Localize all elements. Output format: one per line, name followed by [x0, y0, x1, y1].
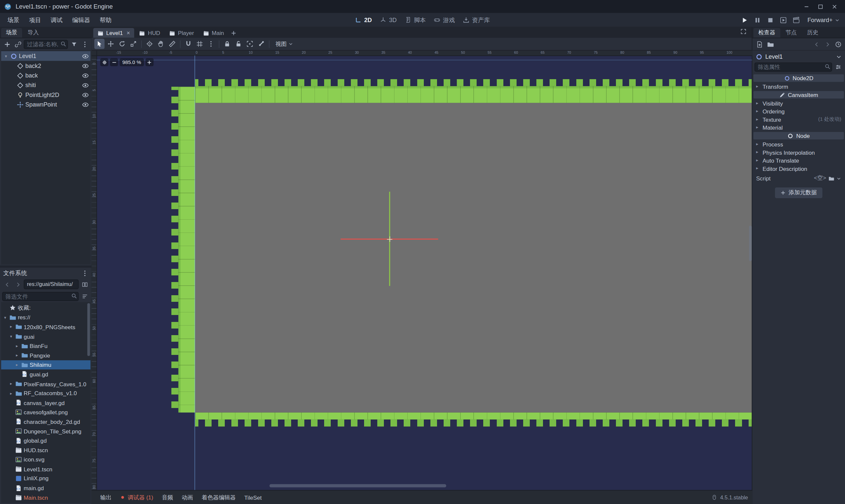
load-resource-button[interactable] [765, 39, 775, 49]
script-property-row[interactable]: Script <空> [752, 174, 845, 183]
horizontal-scrollbar[interactable] [96, 484, 748, 488]
file-item-PixelFantasy_Caves_1.0[interactable]: ▸PixelFantasy_Caves_1.0 [1, 379, 90, 389]
bottom-tab-1[interactable]: 调试器 (1) [116, 490, 157, 504]
2d-viewport[interactable]: -15-10-505101520253035404550556065707580… [92, 51, 753, 490]
bottom-tab-0[interactable]: 输出 [96, 490, 116, 504]
bottom-tab-3[interactable]: 动画 [178, 490, 197, 504]
skeleton-options-menu[interactable] [256, 39, 266, 49]
history-back-button[interactable] [812, 39, 821, 49]
workspace-3d[interactable]: 3D [380, 17, 397, 23]
close-tab-icon[interactable]: × [127, 30, 130, 36]
vertical-scrollbar[interactable] [748, 55, 752, 486]
inspector-tab-2[interactable]: 历史 [802, 28, 823, 38]
inspector-group-transform[interactable]: ▸Transform [752, 83, 845, 90]
collapse-arrow[interactable]: ▸ [15, 362, 19, 367]
scene-dock-tab-0[interactable]: 场景 [1, 28, 22, 38]
inspector-group-material[interactable]: ▸Material [752, 123, 845, 131]
visibility-eye-icon[interactable] [82, 82, 89, 88]
visibility-eye-icon[interactable] [82, 72, 89, 79]
split-view-button[interactable] [80, 280, 89, 289]
scene-tab-Player[interactable]: Player [165, 28, 198, 38]
file-item-character_body_2d.gd[interactable]: character_body_2d.gd [1, 417, 90, 427]
visibility-eye-icon[interactable] [82, 52, 89, 59]
collapse-arrow[interactable]: ▸ [8, 325, 14, 329]
bottom-tab-5[interactable]: TileSet [240, 490, 266, 504]
inspector-category-node2d[interactable]: Node2D [754, 74, 844, 82]
scale-tool[interactable] [128, 39, 139, 49]
group-button[interactable] [245, 39, 255, 49]
inspector-group-ordering[interactable]: ▸Ordering [752, 107, 845, 115]
nav-forward-button[interactable] [13, 280, 22, 289]
file-item-res[interactable]: ▾res:// [1, 313, 90, 322]
inspector-tab-0[interactable]: 检查器 [754, 28, 780, 38]
collapse-arrow[interactable]: ▸ [8, 391, 14, 396]
scene-tree-item-SpawnPoint[interactable]: SpawnPoint [1, 100, 90, 109]
zoom-out-button[interactable] [110, 58, 118, 66]
select-tool[interactable] [94, 39, 105, 49]
history-forward-button[interactable] [823, 39, 832, 49]
scene-tree-item-Level1[interactable]: ▾Level1 [1, 51, 90, 61]
file-item-Pangxie[interactable]: ▸Pangxie [1, 350, 90, 360]
close-button[interactable] [828, 1, 841, 12]
maximize-button[interactable] [814, 1, 827, 12]
file-item-LinliX.png[interactable]: LinliX.png [1, 474, 90, 483]
file-item-favorites[interactable]: 收藏: [1, 303, 90, 313]
workspace-assetlib[interactable]: 资产库 [463, 16, 490, 24]
chevron-down-icon[interactable] [837, 176, 841, 181]
scene-dock-tab-1[interactable]: 导入 [23, 28, 44, 38]
distraction-free-icon[interactable] [740, 29, 749, 37]
edited-object-row[interactable]: Level1 [755, 52, 843, 61]
add-metadata-button[interactable]: 添加元数据 [775, 187, 822, 198]
file-item-120x80_PNGSheets[interactable]: ▸120x80_PNGSheets [1, 322, 90, 332]
workspace-2d[interactable]: 2D [355, 17, 372, 23]
ruler-tool[interactable] [167, 39, 177, 49]
scene-tree-item-back2[interactable]: back2 [1, 61, 90, 70]
horizontal-scrollbar-thumb[interactable] [269, 484, 446, 487]
movie-mode-button[interactable] [791, 15, 802, 25]
inspector-group-editor-description[interactable]: ▸Editor Description [752, 164, 845, 172]
menu-item-4[interactable]: 帮助 [95, 15, 116, 25]
chevron-down-icon[interactable] [836, 53, 842, 59]
grid-snap-toggle[interactable] [194, 39, 205, 49]
snap-options-menu[interactable] [206, 39, 216, 49]
visibility-eye-icon[interactable] [82, 62, 89, 69]
inspector-group-process[interactable]: ▸Process [752, 140, 845, 148]
menu-item-2[interactable]: 调试 [46, 15, 67, 25]
zoom-in-button[interactable] [145, 58, 154, 66]
load-script-icon[interactable] [828, 175, 834, 181]
file-item-main.gd[interactable]: main.gd [1, 483, 90, 493]
collapse-arrow[interactable]: ▸ [15, 343, 19, 348]
inspector-group-auto-translate[interactable]: ▸Auto Translate [752, 156, 845, 164]
inspector-group-texture[interactable]: ▸Texture(1 处改动) [752, 115, 845, 123]
inspector-category-node[interactable]: Node [754, 132, 844, 140]
rotate-tool[interactable] [117, 39, 127, 49]
file-item-canvas_layer.gd[interactable]: canvas_layer.gd [1, 398, 90, 407]
current-path[interactable]: res://guai/Shilaimu/ [24, 280, 79, 289]
view-menu[interactable]: 视图 [272, 40, 296, 48]
lock-button[interactable] [222, 39, 232, 49]
scene-dock-menu-button[interactable] [80, 39, 89, 49]
file-item-RF_Catacombs_v1.0[interactable]: ▸RF_Catacombs_v1.0 [1, 389, 90, 398]
file-item-guai[interactable]: ▾guai [1, 331, 90, 341]
file-item-guai.gd[interactable]: guai.gd [1, 370, 90, 379]
move-tool[interactable] [106, 39, 116, 49]
scene-tab-Main[interactable]: Main [199, 28, 228, 38]
nav-back-button[interactable] [2, 280, 12, 289]
vertical-scrollbar-thumb[interactable] [749, 226, 752, 261]
new-scene-tab-button[interactable] [229, 28, 238, 38]
menu-item-3[interactable]: 编辑器 [68, 15, 94, 25]
pause-button[interactable] [753, 15, 763, 25]
scene-tree-item-back[interactable]: back [1, 71, 90, 80]
scene-tab-HUD[interactable]: HUD [135, 28, 164, 38]
center-view-button[interactable] [100, 58, 108, 66]
script-value[interactable]: <空> [814, 175, 826, 182]
stop-button[interactable] [765, 15, 776, 25]
pan-tool[interactable] [156, 39, 166, 49]
workspace-script[interactable]: 脚本 [405, 16, 426, 24]
filesystem-scrollbar[interactable] [87, 303, 90, 356]
collapse-arrow[interactable]: ▾ [3, 53, 8, 58]
zoom-level[interactable]: 985.0 % [120, 58, 144, 66]
unlock-button[interactable] [233, 39, 244, 49]
filesystem-menu-icon[interactable] [82, 269, 88, 276]
inspector-tab-1[interactable]: 节点 [781, 28, 802, 38]
